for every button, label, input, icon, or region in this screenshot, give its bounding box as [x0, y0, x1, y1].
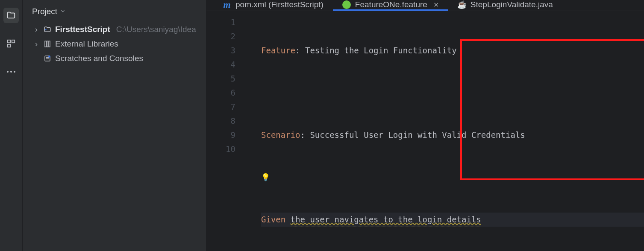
tab-label: pom.xml (FirsttestScript) — [235, 0, 323, 9]
feature-title: Testing the Login Functionality — [305, 44, 457, 58]
expand-icon: › — [33, 25, 40, 34]
close-icon[interactable]: ✕ — [433, 1, 439, 9]
tree-item-project-root[interactable]: › FirsttestScript C:\Users\saniyag\Idea — [27, 22, 206, 37]
tab-pom-xml[interactable]: m pom.xml (FirsttestScript) — [213, 0, 333, 11]
line-number: 5 — [206, 72, 240, 86]
project-tool-button[interactable] — [3, 8, 19, 23]
more-tool-button[interactable] — [3, 64, 19, 79]
line-number: 3 — [206, 44, 240, 58]
tree-item-label: Scratches and Consoles — [55, 54, 143, 63]
tab-label: FeatureONe.feature — [355, 0, 427, 9]
step-text: the user navigates to the login details — [291, 213, 481, 227]
project-tree: › FirsttestScript C:\Users\saniyag\Idea … — [23, 22, 206, 66]
expand-spacer — [33, 54, 40, 63]
editor-body[interactable]: 1 2 3 4 5 6 7 8 9 10 Feature: Testing th… — [206, 11, 644, 251]
tree-item-scratches[interactable]: Scratches and Consoles — [27, 51, 206, 66]
svg-rect-2 — [8, 44, 10, 47]
chevron-down-icon — [60, 7, 66, 16]
line-number-gutter: 1 2 3 4 5 6 7 8 9 10 — [206, 11, 240, 251]
scenario-title: Successful User Login with Valid Credent… — [310, 128, 525, 142]
line-number: 8 — [206, 114, 240, 128]
project-sidebar: Project › FirsttestScript C:\Users\saniy… — [23, 0, 206, 251]
svg-point-10 — [48, 55, 50, 58]
line-number: 7 — [206, 100, 240, 114]
line-number: 2 — [206, 29, 240, 44]
cucumber-icon — [342, 0, 351, 9]
project-panel-header[interactable]: Project — [23, 0, 206, 22]
tree-item-label: FirsttestScript — [55, 25, 110, 34]
line-number: 9 — [206, 128, 240, 142]
code-content[interactable]: Feature: Testing the Login Functionality… — [253, 11, 644, 251]
project-panel-title: Project — [32, 7, 57, 16]
tab-step-login[interactable]: ☕ StepLoginValidate.java — [448, 0, 562, 11]
line-number: 10 — [206, 142, 240, 156]
scratches-icon — [43, 55, 52, 62]
line-number: 4 — [206, 58, 240, 72]
svg-rect-4 — [45, 41, 46, 47]
maven-icon: m — [223, 0, 231, 9]
svg-rect-0 — [8, 40, 10, 43]
tree-item-label: External Libraries — [55, 39, 118, 49]
structure-tool-button[interactable] — [3, 36, 19, 51]
tree-item-external-libraries[interactable]: › External Libraries — [27, 37, 206, 51]
tool-window-strip — [0, 0, 23, 251]
java-icon: ☕ — [458, 0, 466, 9]
svg-point-3 — [45, 29, 47, 30]
library-icon — [43, 40, 52, 48]
svg-rect-1 — [12, 40, 15, 43]
tab-label: StepLoginValidate.java — [471, 0, 553, 9]
line-number: 1 — [206, 15, 240, 29]
gherkin-keyword: Given — [261, 213, 291, 227]
expand-icon: › — [33, 39, 40, 49]
editor-area: m pom.xml (FirsttestScript) FeatureONe.f… — [206, 0, 644, 251]
svg-rect-5 — [47, 41, 48, 47]
run-gutter — [240, 11, 253, 251]
line-number: 6 — [206, 86, 240, 100]
editor-tab-bar: m pom.xml (FirsttestScript) FeatureONe.f… — [206, 0, 644, 11]
intention-bulb-icon[interactable]: 💡 — [261, 170, 270, 184]
gherkin-keyword: Scenario — [261, 128, 300, 142]
tab-feature-one[interactable]: FeatureONe.feature ✕ — [333, 0, 448, 11]
module-folder-icon — [43, 26, 52, 33]
svg-rect-6 — [49, 41, 50, 47]
tree-item-path: C:\Users\saniyag\Idea — [116, 25, 196, 34]
gherkin-keyword: Feature — [261, 44, 295, 58]
